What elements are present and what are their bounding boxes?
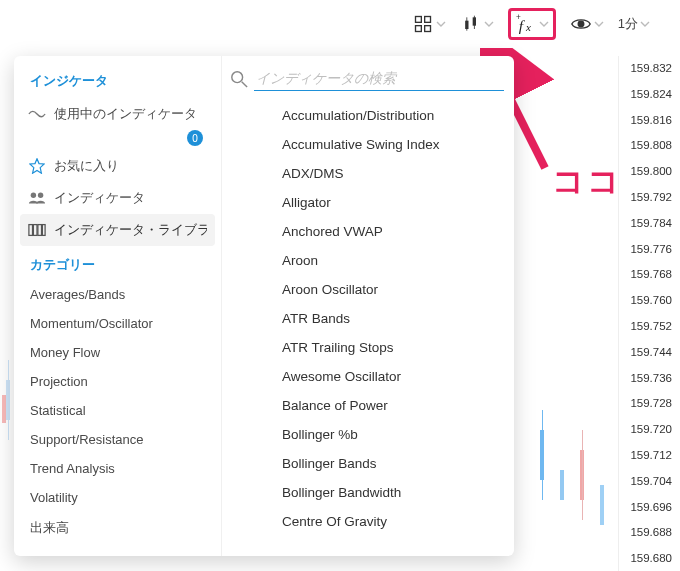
svg-line-20 [242,81,247,86]
indicator-item[interactable]: Alligator [222,188,514,217]
indicator-item[interactable]: Aroon [222,246,514,275]
timeframe-label: 1分 [618,15,638,33]
svg-rect-16 [33,225,37,236]
svg-rect-5 [466,17,467,30]
price-tick: 159.816 [619,108,680,134]
svg-rect-2 [415,26,421,32]
svg-point-19 [232,71,243,82]
category-item[interactable]: Trend Analysis [14,454,221,483]
price-tick: 159.696 [619,495,680,521]
category-item[interactable]: Support/Resistance [14,425,221,454]
price-tick: 159.784 [619,211,680,237]
candlestick-icon [460,13,482,35]
indicator-list: Accumulation/Distribution Accumulative S… [222,97,514,544]
indicator-item[interactable]: Centre Of Gravity [222,507,514,536]
categories-title: カテゴリー [14,246,221,280]
indicator-item[interactable]: Bollinger Bands [222,449,514,478]
category-item[interactable]: Statistical [14,396,221,425]
indicator-item[interactable]: Bollinger %b [222,420,514,449]
sidebar-title: インジケータ [14,68,221,98]
sidebar-item-label: インディケータ [54,189,145,207]
category-item[interactable]: Volatility [14,483,221,512]
star-icon [28,158,46,174]
fx-function-icon: + f x [515,13,537,35]
search-input[interactable] [254,66,504,91]
category-item[interactable]: Money Flow [14,338,221,367]
indicator-item[interactable]: Accumulative Swing Index [222,130,514,159]
panel-sidebar: インジケータ 使用中のインディケータ 0 お気に入り イン [14,56,222,556]
indicator-panel: インジケータ 使用中のインディケータ 0 お気に入り イン [14,56,514,556]
price-tick: 159.744 [619,340,680,366]
visibility-button[interactable] [570,13,604,35]
chevron-down-icon [436,19,446,29]
svg-rect-0 [415,17,421,23]
price-tick: 159.704 [619,469,680,495]
chart-type-button[interactable] [460,13,494,35]
search-row [222,64,514,97]
eye-icon [570,13,592,35]
price-tick: 159.776 [619,237,680,263]
category-item[interactable]: Averages/Bands [14,280,221,309]
svg-rect-7 [474,16,475,29]
indicator-item[interactable]: Awesome Oscillator [222,362,514,391]
sidebar-item-label: お気に入り [54,157,119,175]
indicator-item[interactable]: Chaikin Volatility [222,536,514,544]
panel-main: Accumulation/Distribution Accumulative S… [222,56,514,556]
category-item[interactable]: Momentum/Oscillator [14,309,221,338]
top-toolbar: + f x 1分 [412,4,650,44]
indicator-item[interactable]: Anchored VWAP [222,217,514,246]
wave-icon [28,106,46,122]
sidebar-item-indicators[interactable]: インディケータ [14,182,221,214]
svg-text:f: f [518,17,525,34]
price-tick: 159.768 [619,262,680,288]
price-tick: 159.824 [619,82,680,108]
indicator-item[interactable]: Accumulation/Distribution [222,101,514,130]
svg-rect-15 [29,225,33,236]
chevron-down-icon [594,19,604,29]
sidebar-item-favorites[interactable]: お気に入り [14,150,221,182]
sidebar-item-active-indicators[interactable]: 使用中のインディケータ [14,98,221,130]
search-icon [230,70,248,88]
indicator-item[interactable]: Bollinger Bandwidth [222,478,514,507]
indicator-item[interactable]: ATR Bands [222,304,514,333]
indicator-item[interactable]: Aroon Oscillator [222,275,514,304]
svg-point-14 [38,193,43,198]
price-tick: 159.752 [619,314,680,340]
category-item[interactable]: Projection [14,367,221,396]
price-tick: 159.720 [619,417,680,443]
price-tick: 159.808 [619,133,680,159]
indicator-item[interactable]: ADX/DMS [222,159,514,188]
svg-rect-18 [42,225,45,236]
chevron-down-icon [539,19,549,29]
svg-rect-3 [424,26,430,32]
svg-text:x: x [525,21,531,33]
price-tick: 159.792 [619,185,680,211]
chevron-down-icon [640,19,650,29]
price-tick: 159.680 [619,546,680,571]
indicator-item[interactable]: ATR Trailing Stops [222,333,514,362]
price-tick: 159.760 [619,288,680,314]
svg-rect-17 [38,225,42,236]
grid-icon [412,13,434,35]
svg-rect-1 [424,17,430,23]
price-axis: 159.832 159.824 159.816 159.808 159.800 … [618,56,680,571]
library-icon [28,222,46,238]
svg-point-13 [31,193,36,198]
price-tick: 159.736 [619,366,680,392]
indicators-button[interactable]: + f x [508,8,556,40]
chevron-down-icon [484,19,494,29]
indicator-item[interactable]: Balance of Power [222,391,514,420]
price-tick: 159.712 [619,443,680,469]
svg-point-11 [578,21,584,27]
active-indicators-count-badge: 0 [187,130,203,146]
sidebar-item-indicator-library[interactable]: インディケータ・ライブラリ [20,214,215,246]
layout-grid-button[interactable] [412,13,446,35]
sidebar-item-label: インディケータ・ライブラリ [54,221,207,239]
price-tick: 159.800 [619,159,680,185]
sidebar-item-label: 使用中のインディケータ [54,105,197,123]
price-tick: 159.832 [619,56,680,82]
people-icon [28,190,46,206]
category-item[interactable]: 出来高 [14,512,221,544]
timeframe-button[interactable]: 1分 [618,15,650,33]
price-tick: 159.728 [619,391,680,417]
